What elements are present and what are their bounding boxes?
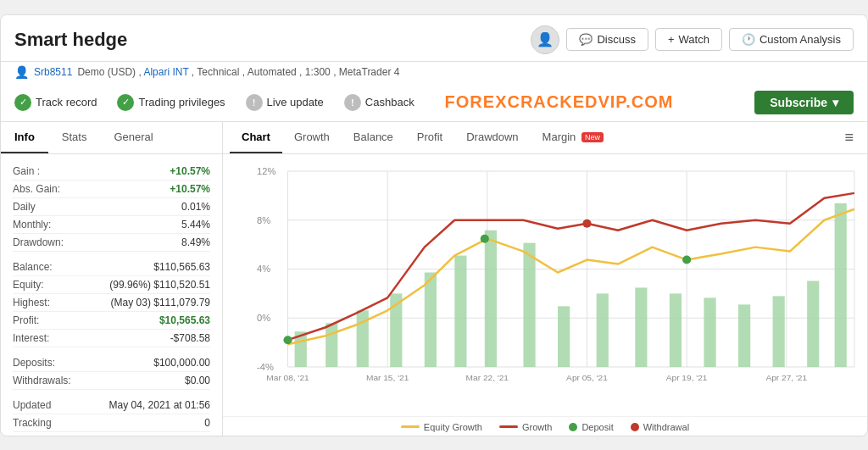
tab-info[interactable]: Info	[1, 122, 48, 153]
subscribe-label: Subscribe	[770, 96, 827, 109]
stats-panel: Gain : +10.57% Abs. Gain: +10.57% Daily …	[1, 154, 222, 436]
svg-rect-30	[523, 242, 535, 366]
interest-label: Interest:	[13, 332, 49, 344]
balance-label: Balance:	[13, 261, 53, 273]
svg-rect-34	[670, 293, 682, 367]
profit-label: Profit:	[13, 314, 39, 326]
stat-gain: Gain : +10.57%	[13, 163, 210, 181]
stat-tracking: Tracking 0	[13, 414, 210, 432]
live-update-label: Live update	[267, 96, 324, 108]
stat-daily: Daily 0.01%	[13, 198, 210, 216]
trading-privileges-check-icon: ✓	[117, 94, 134, 111]
stat-drawdown: Drawdown: 8.49%	[13, 234, 210, 252]
svg-text:Mar 08, '21: Mar 08, '21	[266, 373, 309, 382]
tab-balance[interactable]: Balance	[342, 122, 405, 153]
growth-label: Growth	[522, 422, 552, 432]
svg-point-40	[283, 336, 292, 344]
user-icon: 👤	[14, 65, 29, 79]
main-content: Info Stats General Gain : +10.57% Abs. G…	[1, 122, 867, 436]
updated-value: May 04, 2021 at 01:56	[109, 399, 210, 411]
tab-drawdown[interactable]: Drawdown	[454, 122, 530, 153]
subscribe-group: Subscribe ▾	[754, 91, 854, 114]
highest-label: Highest:	[13, 297, 50, 308]
svg-rect-29	[485, 230, 497, 366]
svg-point-41	[481, 234, 489, 242]
withdrawals-label: Withdrawals:	[13, 375, 71, 386]
stat-monthly: Monthly: 5.44%	[13, 216, 210, 234]
svg-text:Apr 05, '21: Apr 05, '21	[566, 373, 608, 382]
svg-rect-28	[454, 255, 466, 366]
discuss-button[interactable]: 💬 Discuss	[566, 28, 648, 51]
svg-text:12%: 12%	[257, 166, 275, 176]
tab-profit[interactable]: Profit	[405, 122, 454, 153]
daily-label: Daily	[13, 201, 36, 213]
new-badge: New	[581, 132, 604, 142]
discuss-icon: 💬	[579, 33, 593, 46]
tab-stats[interactable]: Stats	[48, 122, 101, 153]
tab-general[interactable]: General	[100, 122, 166, 153]
equity-value: (99.96%) $110,520.51	[109, 279, 210, 291]
cashback-label: Cashback	[365, 96, 415, 108]
legend-withdrawal: Withdrawal	[631, 422, 689, 432]
withdrawal-label: Withdrawal	[643, 422, 689, 432]
monthly-value: 5.44%	[181, 219, 210, 231]
chart-tabs: Chart Growth Balance Profit Drawdown Mar…	[223, 122, 867, 154]
custom-analysis-button[interactable]: 🕐 Custom Analysis	[729, 28, 854, 51]
tab-growth[interactable]: Growth	[282, 122, 342, 153]
svg-point-42	[682, 255, 691, 264]
withdrawal-dot	[631, 423, 639, 431]
account-details: Demo (USD) , Alpari INT , Technical , Au…	[77, 66, 399, 78]
deposits-value: $100,000.00	[153, 357, 210, 369]
svg-rect-27	[425, 272, 437, 367]
equity-label: Equity:	[13, 279, 44, 291]
deposits-label: Deposits:	[13, 357, 55, 369]
filter-icon[interactable]: ≡	[837, 122, 860, 153]
abs-gain-value: +10.57%	[170, 183, 210, 195]
balance-value: $110,565.63	[153, 261, 210, 273]
stat-withdrawals: Withdrawals: $0.00	[13, 372, 210, 390]
subscribe-button[interactable]: Subscribe ▾	[754, 91, 854, 114]
watch-button[interactable]: + Watch	[655, 28, 722, 51]
track-record-badge: ✓ Track record	[14, 94, 97, 111]
stat-equity: Equity: (99.96%) $110,520.51	[13, 276, 210, 294]
tab-chart[interactable]: Chart	[230, 122, 282, 153]
stat-abs-gain: Abs. Gain: +10.57%	[13, 181, 210, 198]
header-actions: 👤 💬 Discuss + Watch 🕐 Custom Analysis	[531, 25, 854, 54]
growth-line	[499, 425, 518, 428]
svg-rect-38	[807, 281, 819, 367]
user-info-row: 👤 Srb8511 Demo (USD) , Alpari INT , Tech…	[1, 62, 867, 84]
profit-value: $10,565.63	[159, 314, 210, 326]
chevron-down-icon: ▾	[832, 96, 838, 109]
legend-equity-growth: Equity Growth	[401, 422, 482, 432]
track-record-label: Track record	[36, 96, 97, 108]
chart-area: 12% 8% 4% 0% -4%	[223, 154, 867, 416]
live-update-warn-icon: !	[246, 94, 263, 111]
broker-link[interactable]: Alpari INT	[143, 66, 188, 78]
live-update-badge: ! Live update	[246, 94, 324, 111]
stat-highest: Highest: (May 03) $111,079.79	[13, 294, 210, 312]
svg-rect-33	[635, 287, 647, 367]
equity-growth-label: Equity Growth	[424, 422, 482, 432]
deposit-dot	[569, 423, 577, 431]
svg-rect-24	[326, 323, 337, 367]
tab-margin[interactable]: Margin New	[531, 122, 615, 153]
svg-text:-4%: -4%	[257, 362, 274, 372]
username-link[interactable]: Srb8511	[34, 66, 72, 78]
stat-updated: Updated May 04, 2021 at 01:56	[13, 397, 210, 414]
svg-text:4%: 4%	[257, 264, 270, 274]
cashback-warn-icon: !	[344, 94, 361, 111]
tracking-label: Tracking	[13, 417, 52, 429]
legend-deposit: Deposit	[569, 422, 613, 432]
stat-balance: Balance: $110,565.63	[13, 258, 210, 276]
chart-svg: 12% 8% 4% 0% -4%	[257, 163, 859, 382]
avatar-button[interactable]: 👤	[531, 25, 559, 54]
equity-growth-line	[401, 425, 420, 428]
abs-gain-label: Abs. Gain:	[13, 183, 60, 195]
svg-point-43	[582, 219, 591, 227]
gain-value: +10.57%	[170, 165, 210, 177]
drawdown-label: Drawdown:	[13, 236, 64, 248]
chart-legend: Equity Growth Growth Deposit Withdrawal	[223, 416, 867, 436]
plus-icon: +	[668, 33, 675, 46]
deposit-label: Deposit	[581, 422, 613, 432]
stat-deposits: Deposits: $100,000.00	[13, 354, 210, 372]
